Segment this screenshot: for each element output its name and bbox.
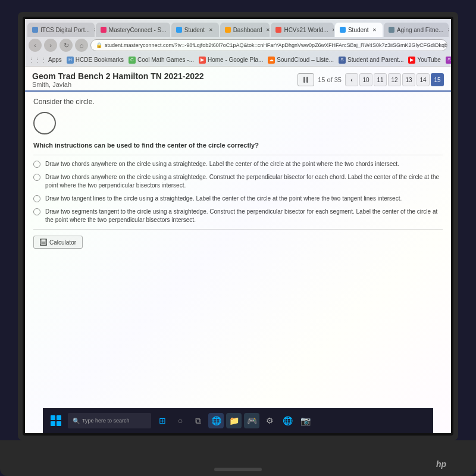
bookmark-hcde[interactable]: H HCDE Bookmarks bbox=[67, 57, 124, 64]
answer-option-3[interactable]: Draw two tangent lines to the circle usi… bbox=[33, 195, 443, 203]
tab-itcs[interactable]: ITCS Digital Port... ✕ bbox=[27, 23, 95, 37]
radio-4[interactable] bbox=[33, 208, 40, 215]
page-counter: 15 of 35 bbox=[318, 76, 342, 83]
bookmark-apps[interactable]: ⋮⋮⋮ Apps bbox=[29, 57, 62, 63]
tab-hcvs[interactable]: HCVs21 World... ✕ bbox=[271, 23, 334, 37]
radio-3[interactable] bbox=[33, 195, 40, 202]
bookmark-soundcloud[interactable]: ☁ SoundCloud – Liste... bbox=[268, 57, 334, 64]
page-num-13[interactable]: 13 bbox=[402, 73, 415, 86]
tab-dashboard[interactable]: Dashboard ✕ bbox=[220, 23, 270, 37]
tab-mastery[interactable]: MasteryConnect - S... ✕ bbox=[96, 23, 170, 37]
tab-favicon bbox=[176, 27, 182, 33]
tab-favicon bbox=[389, 27, 394, 33]
address-bar[interactable]: 🔒 student.masteryconnect.com/?iv=-98fLqj… bbox=[90, 39, 447, 51]
radio-1[interactable] bbox=[33, 161, 40, 168]
tab-close[interactable]: ✕ bbox=[169, 26, 170, 33]
radio-2[interactable] bbox=[33, 174, 40, 181]
refresh-button[interactable]: ↻ bbox=[60, 39, 73, 52]
separator bbox=[33, 155, 443, 155]
svg-point-5 bbox=[42, 243, 42, 244]
pause-button[interactable] bbox=[298, 73, 314, 86]
answer-option-4[interactable]: Draw two segments tangent to the circle … bbox=[33, 208, 443, 224]
search-icon: 🔍 bbox=[73, 418, 80, 424]
tab-student1[interactable]: Student ✕ bbox=[171, 23, 219, 37]
separator-2 bbox=[33, 229, 443, 230]
bookmark-coolmath[interactable]: C Cool Math Games -... bbox=[129, 57, 194, 64]
bookmark-student[interactable]: S Student and Parent... bbox=[339, 57, 404, 64]
taskbar-icon-camera[interactable]: 📷 bbox=[298, 413, 313, 428]
tab-close[interactable]: ✕ bbox=[331, 26, 334, 33]
bookmark-googleplay[interactable]: ▶ Home - Google Pla... bbox=[199, 57, 263, 64]
address-bar-row: ‹ › ↻ ⌂ 🔒 student.masteryconnect.com/?iv… bbox=[25, 37, 451, 54]
home-button[interactable]: ⌂ bbox=[75, 39, 88, 52]
taskbar-icon-edge[interactable]: 🌐 bbox=[208, 413, 224, 428]
answer-option-1[interactable]: Draw two chords anywhere on the circle u… bbox=[33, 160, 443, 168]
nav-prev-arrow[interactable]: ‹ bbox=[345, 73, 358, 86]
question-label: Consider the circle. bbox=[33, 98, 443, 106]
taskbar-icon-widgets[interactable]: ⧉ bbox=[190, 413, 206, 428]
tab-close[interactable]: ✕ bbox=[207, 26, 214, 33]
page-title-block: Geom Trad Bench 2 Hamilton TN 2021-2022 … bbox=[32, 71, 298, 88]
bookmark-icon-google: ▶ bbox=[199, 57, 206, 64]
circle-figure bbox=[33, 112, 56, 134]
bookmark-youtube[interactable]: ▶ YouTube bbox=[408, 57, 440, 64]
taskbar-search[interactable]: 🔍 Type here to search bbox=[68, 413, 151, 428]
taskbar-icon-settings[interactable]: ⚙ bbox=[262, 413, 277, 428]
answer-option-2[interactable]: Draw two chords anywhere on the circle u… bbox=[33, 173, 443, 190]
tab-aging[interactable]: Aging and Fitne... ✕ bbox=[384, 23, 449, 37]
bookmark-icon-simplify: S bbox=[446, 57, 451, 64]
bookmark-icon-student: S bbox=[339, 57, 346, 64]
back-button[interactable]: ‹ bbox=[29, 39, 42, 52]
page-num-14[interactable]: 14 bbox=[416, 73, 430, 86]
tab-favicon bbox=[32, 27, 38, 33]
page-subtitle: Smith, Javiah bbox=[32, 81, 298, 88]
bookmark-icon-sc: ☁ bbox=[268, 57, 275, 64]
question-area: Consider the circle. Which instructions … bbox=[25, 92, 451, 255]
page-num-10[interactable]: 10 bbox=[359, 73, 372, 86]
forward-button[interactable]: › bbox=[44, 39, 57, 52]
bookmark-icon-yt: ▶ bbox=[408, 57, 415, 64]
tab-favicon bbox=[340, 27, 346, 33]
taskbar-icon-browser2[interactable]: 🌐 bbox=[280, 413, 295, 428]
tab-favicon bbox=[225, 27, 231, 33]
taskbar-icon-task[interactable]: ⊞ bbox=[155, 413, 170, 428]
svg-point-7 bbox=[44, 243, 45, 244]
screen: ITCS Digital Port... ✕ MasteryConnect - … bbox=[25, 19, 451, 433]
bookmarks-bar: ⋮⋮⋮ Apps H HCDE Bookmarks C Cool Math Ga… bbox=[25, 54, 451, 67]
tab-close[interactable]: ✕ bbox=[371, 26, 378, 33]
win-taskbar: 🔍 Type here to search ⊞ ○ ⧉ 🌐 📁 🎮 ⚙ 🌐 📷 bbox=[43, 408, 433, 433]
calculator-button[interactable]: Calculator bbox=[33, 236, 83, 249]
tab-favicon bbox=[101, 27, 107, 33]
taskbar-app-icons: ⊞ ○ ⧉ 🌐 📁 🎮 ⚙ 🌐 📷 bbox=[155, 413, 313, 428]
page-num-12[interactable]: 12 bbox=[388, 73, 401, 86]
bookmark-icon-coolmath: C bbox=[129, 57, 136, 64]
svg-point-6 bbox=[43, 243, 43, 244]
svg-rect-1 bbox=[42, 240, 45, 242]
nav-arrows: ‹ 10 11 12 13 14 15 bbox=[345, 73, 444, 86]
hp-logo: hp bbox=[436, 459, 446, 469]
laptop-frame: ITCS Digital Port... ✕ MasteryConnect - … bbox=[18, 12, 458, 440]
tab-close[interactable]: ✕ bbox=[265, 26, 270, 33]
tab-close[interactable]: ✕ bbox=[446, 26, 449, 33]
page-num-15[interactable]: 15 bbox=[431, 73, 444, 86]
laptop-base bbox=[214, 468, 262, 471]
page-content: Geom Trad Bench 2 Hamilton TN 2021-2022 … bbox=[25, 67, 451, 433]
svg-point-2 bbox=[42, 242, 42, 243]
page-num-11[interactable]: 11 bbox=[374, 73, 387, 86]
page-nav: 15 of 35 ‹ 10 11 12 13 14 15 bbox=[298, 73, 444, 86]
taskbar-icon-store[interactable]: 🎮 bbox=[244, 413, 259, 428]
win-start-button[interactable] bbox=[48, 412, 64, 429]
screen-bezel: ITCS Digital Port... ✕ MasteryConnect - … bbox=[23, 17, 453, 436]
page-header: Geom Trad Bench 2 Hamilton TN 2021-2022 … bbox=[25, 67, 451, 92]
taskbar-icon-explorer[interactable]: 📁 bbox=[226, 413, 242, 428]
tab-favicon bbox=[275, 27, 281, 33]
tab-close[interactable]: ✕ bbox=[92, 26, 95, 33]
bookmark-icon-hcde: H bbox=[67, 57, 74, 64]
browser-chrome: ITCS Digital Port... ✕ MasteryConnect - … bbox=[25, 19, 451, 67]
taskbar-icon-search[interactable]: ○ bbox=[173, 413, 188, 428]
bookmark-simplify[interactable]: S Simplify Calculator... bbox=[446, 57, 451, 64]
laptop-bottom: hp bbox=[0, 440, 476, 476]
pause-bar-right bbox=[306, 77, 308, 83]
question-text: Which instructions can be used to find t… bbox=[33, 142, 443, 149]
tab-student2-active[interactable]: Student ✕ bbox=[335, 23, 383, 37]
